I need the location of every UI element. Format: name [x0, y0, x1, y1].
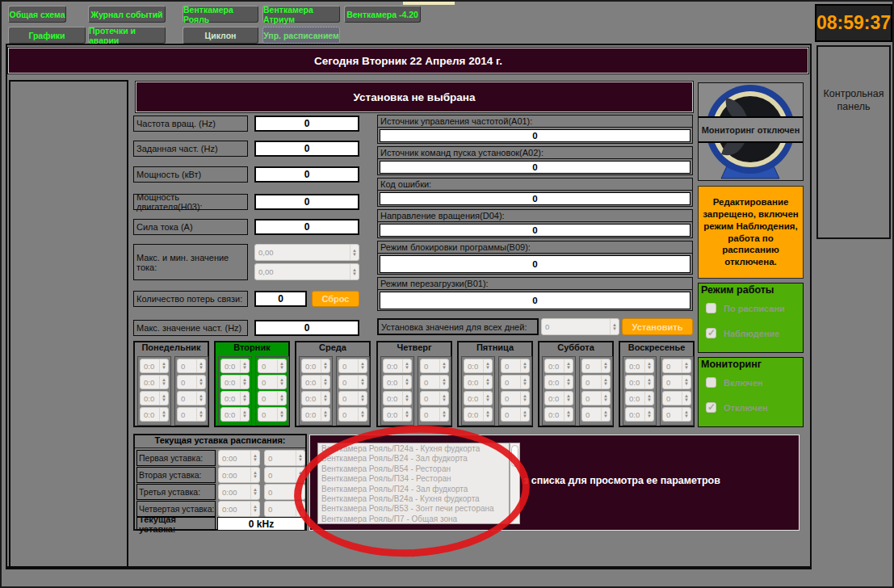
spinner-arrows[interactable]: ▲▼: [520, 359, 529, 372]
day-time-spinner[interactable]: 0:0▲▼: [140, 407, 169, 422]
checkbox-checked[interactable]: [706, 328, 716, 338]
spinner-arrows[interactable]: ▲▼: [439, 392, 448, 405]
day-value-spinner[interactable]: 0▲▼: [338, 391, 367, 405]
spinner-down-icon[interactable]: ▼: [442, 366, 447, 370]
day-time-spinner[interactable]: 0:0▲▼: [140, 391, 169, 405]
toolbar-button-r2-3[interactable]: Циклон: [183, 27, 258, 44]
day-value-spinner[interactable]: 0▲▼: [662, 375, 691, 389]
listbox-scrollbar[interactable]: [510, 443, 520, 524]
spinner-arrows[interactable]: ▲▼: [277, 376, 286, 388]
mode-group-option[interactable]: Наблюдение: [706, 328, 779, 338]
spinner-arrows[interactable]: ▲▼: [402, 376, 411, 388]
day-time-spinner[interactable]: 0:0▲▼: [301, 359, 330, 373]
spinner-down-icon[interactable]: ▼: [323, 398, 328, 402]
spinner-down-icon[interactable]: ▼: [279, 414, 284, 418]
spinner-arrows[interactable]: ▲▼: [644, 376, 653, 388]
spinner-down-icon[interactable]: ▼: [242, 366, 247, 370]
spinner-down-icon[interactable]: ▼: [352, 253, 357, 257]
spinner-down-icon[interactable]: ▼: [647, 414, 652, 418]
day-value-spinner[interactable]: 0▲▼: [662, 407, 691, 422]
spinner-down-icon[interactable]: ▼: [298, 475, 303, 479]
day-value-spinner[interactable]: 0▲▼: [581, 391, 611, 405]
spinner-down-icon[interactable]: ▼: [442, 398, 447, 402]
spinner-arrows[interactable]: ▲▼: [358, 392, 367, 405]
spinner-down-icon[interactable]: ▼: [603, 414, 608, 418]
day-value-spinner[interactable]: 0▲▼: [177, 359, 206, 373]
spinner-down-icon[interactable]: ▼: [485, 414, 490, 418]
spinner-arrows[interactable]: ▲▼: [644, 408, 653, 421]
setpoint-value-spinner[interactable]: 0▲▼: [264, 484, 305, 500]
spinner-arrows[interactable]: ▲▼: [321, 359, 329, 372]
spinner-arrows[interactable]: ▲▼: [159, 359, 168, 372]
day-time-spinner[interactable]: 0:0▲▼: [220, 391, 250, 405]
day-value-spinner[interactable]: 0▲▼: [501, 359, 530, 373]
spinner-arrows[interactable]: ▲▼: [296, 451, 304, 465]
spinner-arrows[interactable]: ▲▼: [240, 392, 249, 405]
day-time-spinner[interactable]: 0:0▲▼: [464, 391, 493, 405]
day-value-spinner[interactable]: 0▲▼: [662, 359, 691, 373]
spinner-down-icon[interactable]: ▼: [684, 366, 689, 370]
spinner-arrows[interactable]: ▲▼: [601, 359, 610, 372]
spinner-arrows[interactable]: ▲▼: [321, 408, 329, 421]
spinner-arrows[interactable]: ▲▼: [296, 485, 304, 499]
spinner-arrows[interactable]: ▲▼: [564, 376, 573, 388]
day-time-spinner[interactable]: 0:0▲▼: [220, 375, 250, 389]
spinner-arrows[interactable]: ▲▼: [483, 376, 492, 388]
setpoint-value-spinner[interactable]: 0▲▼: [264, 501, 305, 517]
setpoint-time-spinner[interactable]: 0:00▲▼: [218, 467, 260, 483]
spinner-down-icon[interactable]: ▼: [566, 382, 571, 386]
unit-list-item[interactable]: Венткамера Рояль/В54 - Ресторан: [318, 464, 509, 474]
day-time-spinner[interactable]: 0:0▲▼: [464, 375, 493, 389]
day-time-spinner[interactable]: 0:0▲▼: [383, 375, 412, 389]
day-value-spinner[interactable]: 0▲▼: [258, 375, 287, 389]
toolbar-button-r1-2[interactable]: Журнал событий: [88, 6, 166, 23]
day-time-spinner[interactable]: 0:0▲▼: [301, 407, 330, 422]
spinner-arrows[interactable]: ▲▼: [564, 392, 573, 405]
max-current-spinner[interactable]: 0,00▲▼: [254, 244, 359, 261]
scrollbar-thumb[interactable]: [511, 445, 518, 467]
setpoint-time-spinner[interactable]: 0:00▲▼: [218, 501, 260, 517]
all-days-spinner[interactable]: 0 ▲▼: [541, 318, 619, 335]
spinner-arrows[interactable]: ▲▼: [321, 392, 329, 405]
spinner-down-icon[interactable]: ▼: [253, 509, 258, 513]
spinner-arrows[interactable]: ▲▼: [402, 359, 411, 372]
spinner-down-icon[interactable]: ▼: [242, 414, 247, 418]
unit-list-item[interactable]: Венткамера Рояль/В24 - Зал фудкорта: [318, 454, 509, 464]
spinner-arrows[interactable]: ▲▼: [250, 468, 259, 482]
unit-list-item[interactable]: Венткамера Рояль/П7 - Общая зона: [318, 514, 509, 524]
spinner-arrows[interactable]: ▲▼: [350, 264, 359, 279]
spinner-arrows[interactable]: ▲▼: [350, 245, 359, 260]
spinner-arrows[interactable]: ▲▼: [277, 392, 286, 405]
spinner-down-icon[interactable]: ▼: [199, 414, 204, 418]
day-value-spinner[interactable]: 0▲▼: [662, 391, 691, 405]
spinner-down-icon[interactable]: ▼: [352, 272, 357, 276]
apply-all-days-button[interactable]: Установить: [622, 318, 693, 335]
spinner-arrows[interactable]: ▲▼: [240, 359, 249, 372]
spinner-arrows[interactable]: ▲▼: [682, 392, 690, 405]
spinner-down-icon[interactable]: ▼: [360, 398, 365, 402]
toolbar-button-r1-3[interactable]: Венткамера Рояль: [183, 6, 258, 23]
day-time-spinner[interactable]: 0:0▲▼: [383, 359, 412, 373]
spinner-down-icon[interactable]: ▼: [162, 414, 166, 418]
spinner-arrows[interactable]: ▲▼: [250, 451, 259, 465]
spinner-arrows[interactable]: ▲▼: [483, 392, 492, 405]
spinner-arrows[interactable]: ▲▼: [483, 408, 492, 421]
spinner-arrows[interactable]: ▲▼: [682, 408, 690, 421]
day-value-spinner[interactable]: 0▲▼: [501, 391, 530, 405]
spinner-down-icon[interactable]: ▼: [566, 414, 571, 418]
spinner-down-icon[interactable]: ▼: [298, 458, 303, 462]
day-time-spinner[interactable]: 0:0▲▼: [140, 375, 169, 389]
spinner-down-icon[interactable]: ▼: [603, 366, 608, 370]
spinner-down-icon[interactable]: ▼: [485, 398, 490, 402]
day-time-spinner[interactable]: 0:0▲▼: [544, 407, 573, 422]
mode-group-option[interactable]: По расписани: [706, 303, 785, 313]
day-time-spinner[interactable]: 0:0▲▼: [383, 407, 412, 422]
day-value-spinner[interactable]: 0▲▼: [420, 375, 449, 389]
day-time-spinner[interactable]: 0:0▲▼: [625, 391, 654, 405]
day-time-spinner[interactable]: 0:0▲▼: [464, 359, 493, 373]
spinner-down-icon[interactable]: ▼: [405, 366, 409, 370]
unit-list-item[interactable]: Венткамера Рояль/П34 - Ресторан: [318, 474, 509, 484]
day-time-spinner[interactable]: 0:0▲▼: [544, 359, 573, 373]
day-value-spinner[interactable]: 0▲▼: [581, 407, 611, 422]
day-value-spinner[interactable]: 0▲▼: [338, 375, 367, 389]
